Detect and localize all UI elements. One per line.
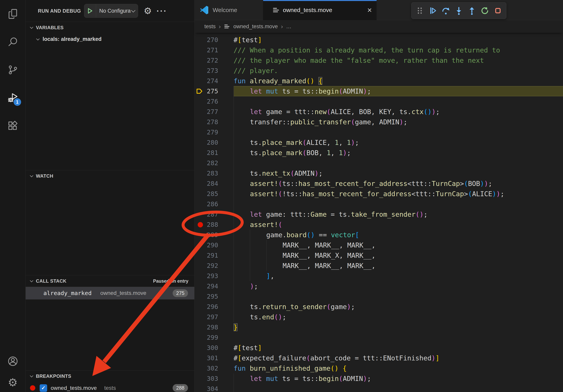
- code-text[interactable]: let game = ttt::new(ALICE, BOB, KEY, ts.…: [234, 107, 440, 117]
- step-over-button[interactable]: [440, 5, 451, 16]
- code-line[interactable]: 270#[test]: [194, 35, 563, 45]
- line-number[interactable]: 281: [207, 148, 218, 158]
- code-line[interactable]: 286: [194, 199, 563, 209]
- code-line[interactable]: 283 ts.next_tx(ADMIN);: [194, 168, 563, 178]
- line-number[interactable]: 303: [207, 373, 218, 384]
- gutter[interactable]: 291: [194, 250, 234, 261]
- code-line[interactable]: 291 MARK__, MARK_X, MARK__,: [194, 250, 563, 261]
- code-line[interactable]: 303 let mut ts = ts::begin(ADMIN);: [194, 373, 563, 384]
- debug-configuration-dropdown[interactable]: No Configura: [84, 4, 138, 18]
- code-text[interactable]: /// player.: [234, 65, 278, 76]
- line-number[interactable]: 293: [207, 271, 218, 281]
- code-line[interactable]: 299: [194, 332, 563, 343]
- line-number[interactable]: 272: [207, 55, 218, 65]
- code-line[interactable]: 289 game.board() == vector[: [194, 230, 563, 240]
- gutter[interactable]: 294: [194, 281, 234, 291]
- line-number[interactable]: 275: [207, 86, 218, 96]
- code-text[interactable]: ts.next_tx(ADMIN);: [234, 168, 322, 178]
- line-number[interactable]: 299: [207, 332, 218, 343]
- code-line[interactable]: 296 ts.return_to_sender(game);: [194, 301, 563, 312]
- gutter[interactable]: 288: [194, 220, 234, 230]
- code-line[interactable]: 298}: [194, 322, 563, 332]
- line-number[interactable]: 296: [207, 301, 218, 312]
- line-number[interactable]: 271: [207, 45, 218, 55]
- code-line[interactable]: 292 MARK__, MARK__, MARK__,: [194, 261, 563, 271]
- code-line[interactable]: 302fun burn_unfinished_game() {: [194, 363, 563, 373]
- gutter[interactable]: 300: [194, 343, 234, 353]
- line-number[interactable]: 282: [207, 158, 218, 168]
- code-line[interactable]: 284 assert!(ts::has_most_recent_for_addr…: [194, 178, 563, 189]
- gutter[interactable]: 285: [194, 189, 234, 199]
- gutter[interactable]: 287: [194, 209, 234, 220]
- breakpoint-checkbox[interactable]: ✓: [40, 384, 47, 392]
- debug-settings-button[interactable]: ⚙: [144, 6, 152, 15]
- gutter[interactable]: 286: [194, 199, 234, 209]
- code-line[interactable]: 287 let game: ttt::Game = ts.take_from_s…: [194, 209, 563, 220]
- gutter[interactable]: 303: [194, 373, 234, 384]
- code-text[interactable]: [234, 158, 250, 168]
- line-number[interactable]: 288: [207, 220, 218, 230]
- code-line[interactable]: 295: [194, 291, 563, 301]
- toolbar-drag-handle[interactable]: [414, 5, 425, 16]
- code-text[interactable]: ],: [234, 271, 274, 281]
- code-line[interactable]: 273/// player.: [194, 65, 563, 76]
- gutter[interactable]: 271: [194, 45, 234, 55]
- code-text[interactable]: MARK__, MARK_X, MARK__,: [234, 250, 375, 261]
- gutter[interactable]: 301: [194, 353, 234, 363]
- line-number[interactable]: 276: [207, 96, 218, 107]
- code-line[interactable]: 290 MARK__, MARK__, MARK__,: [194, 240, 563, 250]
- code-text[interactable]: ts.return_to_sender(game);: [234, 301, 355, 312]
- line-number[interactable]: 300: [207, 343, 218, 353]
- gutter[interactable]: 280: [194, 137, 234, 148]
- breadcrumb-file[interactable]: owned_tests.move: [233, 24, 278, 30]
- code-line[interactable]: 279: [194, 127, 563, 137]
- gutter[interactable]: 302: [194, 363, 234, 373]
- code-line[interactable]: 285 assert!(!ts::has_most_recent_for_add…: [194, 189, 563, 199]
- code-text[interactable]: }: [234, 322, 238, 332]
- start-debug-button[interactable]: [84, 4, 96, 18]
- code-text[interactable]: fun burn_unfinished_game() {: [234, 363, 346, 373]
- code-text[interactable]: game.board() == vector[: [234, 230, 359, 240]
- code-text[interactable]: /// the player who made the "false" move…: [234, 55, 484, 65]
- close-icon[interactable]: ×: [367, 6, 372, 14]
- code-text[interactable]: ts.place_mark(ALICE, 1, 1);: [234, 137, 359, 148]
- line-number[interactable]: 290: [207, 240, 218, 250]
- code-text[interactable]: /// When a position is already marked, t…: [234, 45, 500, 55]
- gutter[interactable]: 296: [194, 301, 234, 312]
- code-text[interactable]: [234, 199, 250, 209]
- gutter[interactable]: 290: [194, 240, 234, 250]
- breakpoint-dot-icon[interactable]: [198, 222, 203, 227]
- breakpoint-list-item[interactable]: ✓ owned_tests.move tests 288: [26, 382, 194, 392]
- line-number[interactable]: 298: [207, 322, 218, 332]
- code-line[interactable]: 280 ts.place_mark(ALICE, 1, 1);: [194, 137, 563, 148]
- code-text[interactable]: fun already_marked() {: [234, 76, 322, 86]
- restart-button[interactable]: [479, 5, 490, 16]
- code-line[interactable]: 281 ts.place_mark(BOB, 1, 1);: [194, 148, 563, 158]
- code-line[interactable]: 293 ],: [194, 271, 563, 281]
- code-text[interactable]: [234, 384, 250, 392]
- code-line[interactable]: 272/// the player who made the "false" m…: [194, 55, 563, 65]
- code-text[interactable]: ts.end();: [234, 312, 286, 322]
- gutter[interactable]: 277: [194, 107, 234, 117]
- variables-scope-row[interactable]: locals: already_marked: [26, 36, 194, 42]
- code-line[interactable]: 282: [194, 158, 563, 168]
- line-number[interactable]: 277: [207, 107, 218, 117]
- code-text[interactable]: assert!(!ts::has_most_recent_for_address…: [234, 189, 504, 199]
- sidebar-item-run-debug[interactable]: 1: [7, 91, 19, 104]
- code-text[interactable]: let mut ts = ts::begin(ADMIN);: [234, 373, 371, 384]
- line-number[interactable]: 274: [207, 76, 218, 86]
- gutter[interactable]: 289: [194, 230, 234, 240]
- line-number[interactable]: 291: [207, 250, 218, 261]
- code-text[interactable]: [234, 96, 250, 107]
- code-line[interactable]: 300#[test]: [194, 343, 563, 353]
- code-text[interactable]: transfer::public_transfer(game, ADMIN);: [234, 117, 407, 127]
- gutter[interactable]: 275: [194, 86, 234, 96]
- code-line[interactable]: 297 ts.end();: [194, 312, 563, 322]
- code-line[interactable]: 274fun already_marked() {: [194, 76, 563, 86]
- line-number[interactable]: 301: [207, 353, 218, 363]
- line-number[interactable]: 270: [207, 35, 218, 45]
- sidebar-item-extensions[interactable]: [7, 120, 19, 132]
- line-number[interactable]: 294: [207, 281, 218, 291]
- code-text[interactable]: ts.place_mark(BOB, 1, 1);: [234, 148, 351, 158]
- breadcrumb-more[interactable]: …: [286, 24, 291, 30]
